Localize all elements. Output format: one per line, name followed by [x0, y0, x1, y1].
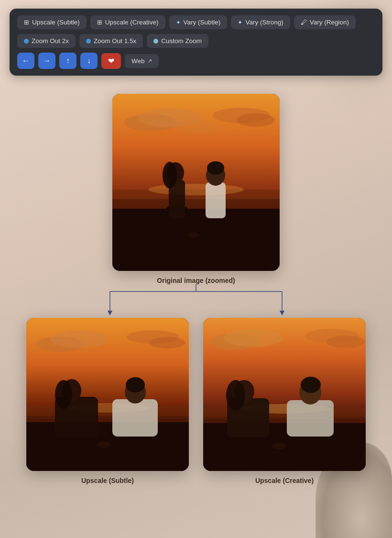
- vary-subtle-button[interactable]: ✦ Vary (Subtle): [169, 15, 228, 29]
- svg-point-13: [163, 162, 177, 189]
- svg-point-17: [188, 232, 199, 238]
- upscale-subtle-caption: Upscale (Subtle): [26, 477, 189, 484]
- vary-subtle-label: Vary (Subtle): [184, 19, 221, 26]
- svg-point-5: [174, 122, 222, 133]
- toolbar: ⊞ Upscale (Subtle) ⊞ Upscale (Creative) …: [10, 9, 382, 76]
- original-image-caption: Original image (zoomed): [112, 277, 280, 284]
- upscale-creative-icon: ⊞: [97, 19, 102, 26]
- svg-rect-14: [206, 182, 226, 218]
- svg-point-36: [55, 380, 72, 409]
- arrow-up-icon: ↑: [66, 56, 70, 65]
- svg-point-39: [126, 377, 145, 392]
- upscale-subtle-image: [26, 318, 189, 471]
- upscale-subtle-container: Upscale (Subtle): [26, 318, 189, 484]
- svg-rect-7: [112, 199, 280, 209]
- svg-point-52: [226, 380, 245, 411]
- svg-point-45: [327, 336, 365, 348]
- upscale-subtle-icon: ⊞: [24, 19, 29, 26]
- custom-zoom-label: Custom Zoom: [161, 37, 202, 45]
- svg-marker-23: [108, 311, 112, 315]
- arrow-down-icon: ↓: [87, 56, 91, 65]
- svg-rect-53: [287, 400, 334, 437]
- external-link-icon: ↗: [148, 58, 152, 64]
- svg-marker-24: [280, 311, 284, 315]
- toolbar-row-2: Zoom Out 2x Zoom Out 1.5x Custom Zoom: [17, 34, 375, 48]
- web-label: Web: [131, 57, 145, 65]
- arrow-down-button[interactable]: ↓: [80, 53, 98, 69]
- upscale-subtle-button[interactable]: ⊞ Upscale (Subtle): [17, 15, 87, 29]
- zoom-out-2x-button[interactable]: Zoom Out 2x: [17, 34, 76, 48]
- upscale-creative-button[interactable]: ⊞ Upscale (Creative): [90, 15, 165, 29]
- svg-point-43: [224, 329, 283, 347]
- custom-zoom-dot-icon: [153, 39, 158, 44]
- original-image-container: Original image (zoomed): [112, 94, 280, 284]
- original-image: [112, 94, 280, 271]
- vary-region-label: Vary (Region): [310, 19, 349, 26]
- upscale-creative-image-card: [203, 318, 366, 471]
- svg-point-16: [207, 161, 224, 175]
- bottom-images-row: Upscale (Subtle): [19, 318, 373, 484]
- upscale-creative-container: Upscale (Creative): [203, 318, 366, 484]
- svg-point-56: [272, 443, 285, 449]
- zoom-out-1x5-dot-icon: [86, 39, 91, 44]
- zoom-out-2x-label: Zoom Out 2x: [32, 37, 69, 45]
- heart-button[interactable]: ❤: [101, 53, 121, 69]
- arrow-right-icon: →: [43, 56, 51, 65]
- svg-point-40: [97, 441, 110, 448]
- main-content: Original image (zoomed): [0, 84, 392, 504]
- image-tree: Original image (zoomed): [19, 94, 373, 484]
- heart-icon: ❤: [108, 57, 114, 65]
- upscale-creative-label: Upscale (Creative): [105, 19, 159, 26]
- vary-strong-label: Vary (Strong): [245, 19, 283, 26]
- vary-region-icon: 🖊: [301, 19, 307, 26]
- vary-region-button[interactable]: 🖊 Vary (Region): [294, 15, 356, 29]
- zoom-out-1x5-button[interactable]: Zoom Out 1.5x: [79, 34, 143, 48]
- custom-zoom-button[interactable]: Custom Zoom: [147, 34, 208, 48]
- zoom-out-1x5-label: Zoom Out 1.5x: [94, 37, 136, 45]
- arrow-left-button[interactable]: ←: [17, 53, 34, 69]
- svg-rect-37: [112, 399, 158, 437]
- upscale-subtle-image-card: [26, 318, 189, 471]
- vary-strong-button[interactable]: ✦ Vary (Strong): [231, 15, 290, 29]
- upscale-creative-image: [203, 318, 366, 471]
- arrow-up-button[interactable]: ↑: [59, 53, 76, 69]
- svg-rect-9: [112, 209, 280, 271]
- svg-point-4: [237, 113, 275, 127]
- upscale-creative-caption: Upscale (Creative): [203, 477, 366, 484]
- zoom-out-2x-dot-icon: [24, 39, 29, 44]
- vary-strong-icon: ✦: [238, 19, 242, 26]
- connector-lines: [53, 284, 339, 318]
- original-image-card: [112, 94, 280, 271]
- upscale-subtle-label: Upscale (Subtle): [32, 19, 80, 26]
- svg-point-27: [50, 331, 108, 348]
- toolbar-row-1: ⊞ Upscale (Subtle) ⊞ Upscale (Creative) …: [17, 15, 375, 29]
- arrow-right-button[interactable]: →: [38, 53, 55, 69]
- svg-point-29: [149, 337, 185, 348]
- vary-subtle-icon: ✦: [176, 19, 181, 26]
- svg-point-8: [148, 184, 244, 195]
- web-button[interactable]: Web ↗: [125, 54, 159, 68]
- toolbar-row-3: ← → ↑ ↓ ❤ Web ↗: [17, 53, 375, 69]
- svg-point-55: [301, 377, 321, 393]
- arrow-left-icon: ←: [22, 56, 30, 65]
